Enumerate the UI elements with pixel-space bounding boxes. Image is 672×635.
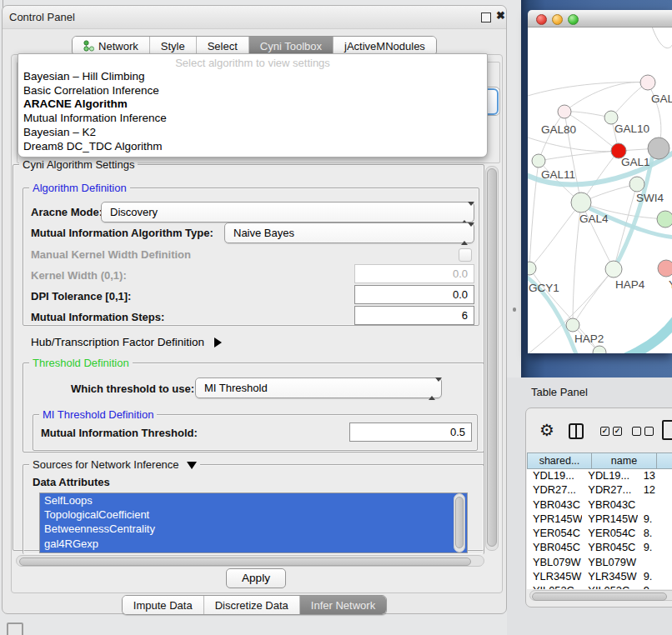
network-node-gal4[interactable] — [571, 192, 591, 212]
cyni-settings-title: Cyni Algorithm Settings — [19, 158, 138, 171]
tab-select[interactable]: Select — [196, 37, 248, 55]
which-threshold-select[interactable]: MI Threshold — [195, 378, 442, 398]
tab-label: Discretize Data — [215, 599, 288, 612]
panel-title: Control Panel — [9, 11, 75, 23]
which-threshold-label: Which threshold to use: — [71, 382, 194, 395]
mi-threshold-field[interactable]: 0.5 — [349, 422, 472, 442]
network-window-titlebar[interactable] — [528, 10, 672, 28]
mi-algorithm-type-select[interactable]: Naive Bayes — [224, 222, 474, 243]
tab-cyni-toolbox[interactable]: Cyni Toolbox — [248, 37, 333, 55]
network-node-y[interactable] — [658, 260, 672, 277]
table-row[interactable]: YLR345WYLR345W9. — [527, 570, 672, 584]
tab-network[interactable]: Network — [73, 37, 149, 55]
float-panel-icon[interactable] — [481, 12, 491, 22]
table-cell: YER054C — [582, 527, 637, 541]
mi-steps-label: Mutual Information Steps: — [31, 311, 164, 323]
window-zoom-button[interactable] — [568, 14, 579, 25]
select-all-columns-icon[interactable]: ✓ ✓ — [600, 427, 622, 436]
algorithm-option[interactable]: Basic Correlation Inference — [23, 84, 482, 98]
apply-button[interactable]: Apply — [226, 568, 286, 588]
network-node-hap4[interactable] — [605, 261, 622, 278]
attribute-list-item-selected[interactable]: TopologicalCoefficient — [40, 508, 467, 522]
table-row[interactable]: YPR145WYPR145W9. — [527, 512, 672, 527]
window-close-button[interactable] — [536, 14, 547, 25]
node-label: HAP2 — [574, 332, 604, 345]
scrollbar-thumb[interactable] — [455, 497, 464, 548]
columns-icon[interactable] — [569, 423, 584, 439]
tab-label: Style — [161, 40, 185, 52]
network-node-gcy1[interactable] — [528, 262, 536, 275]
network-node-swi4[interactable] — [629, 177, 644, 192]
manual-kernel-width-checkbox[interactable] — [459, 248, 472, 262]
node-label: GCY1 — [529, 282, 559, 294]
table-row[interactable]: YBL079WYBL079W — [527, 556, 672, 570]
table-row[interactable]: YBR045CYBR045C9. — [527, 541, 672, 555]
attribute-list-item-selected[interactable]: BetweennessCentrality — [40, 522, 467, 536]
unchecked-checkbox-icon — [644, 427, 654, 436]
gear-icon[interactable]: ⚙ — [539, 422, 554, 438]
settings-horizontal-scrollbar[interactable] — [16, 555, 484, 567]
column-header-shared[interactable]: shared... — [527, 452, 592, 469]
tab-discretize-data[interactable]: Discretize Data — [203, 596, 299, 614]
table-horizontal-scrollbar[interactable] — [529, 590, 672, 601]
splitter-grip[interactable] — [513, 308, 516, 312]
node-label: GAL — [651, 92, 672, 105]
table-row[interactable]: YBR043CYBR043C — [527, 498, 672, 512]
scrollbar-thumb[interactable] — [532, 592, 667, 601]
algorithm-option[interactable]: Bayesian – K2 — [23, 126, 482, 140]
algorithm-option[interactable]: ARACNE Algorithm — [23, 98, 482, 112]
hub-definition-expander[interactable]: Hub/Transcription Factor Definition — [31, 336, 222, 348]
algorithm-option[interactable]: Dream8 DC_TDC Algorithm — [23, 140, 482, 154]
tab-label: Network — [98, 40, 138, 52]
kernel-width-field[interactable]: 0.0 — [354, 264, 474, 283]
column-header-A[interactable]: A — [657, 452, 672, 469]
which-threshold-value: MI Threshold — [204, 382, 268, 394]
network-canvas[interactable]: GALGAL80GAL10GAL1GAL11SWI4GAL4GCY1HAP4YH… — [528, 28, 672, 353]
table-row[interactable]: YIL052CYIL052C9 — [527, 584, 672, 589]
algorithm-option[interactable]: Bayesian – Hill Climbing — [23, 70, 482, 84]
control-panel-header: Control Panel ✖ — [3, 6, 506, 29]
table-row[interactable]: YDR27...YDR27...12 — [527, 483, 672, 498]
mi-steps-field[interactable]: 6 — [354, 306, 474, 325]
network-node[interactable] — [648, 138, 669, 159]
network-node[interactable] — [657, 211, 672, 228]
tab-label: Impute Data — [133, 599, 193, 612]
table-row[interactable]: YDL19...YDL19...13 — [527, 469, 672, 483]
aracne-mode-value: Discovery — [110, 206, 158, 218]
tab-jactivemnodules[interactable]: jActiveMNodules — [333, 37, 436, 55]
tab-style[interactable]: Style — [149, 37, 196, 55]
algorithm-option[interactable]: Mutual Information Inference — [23, 112, 482, 126]
close-icon[interactable]: ✖ — [496, 9, 505, 22]
minimized-panel-icon[interactable] — [7, 622, 23, 635]
tab-infer-network[interactable]: Infer Network — [299, 596, 386, 614]
table-cell: YPR145W — [527, 512, 582, 527]
attribute-list-item-selected[interactable]: SelfLoops — [40, 493, 467, 508]
scrollbar-thumb[interactable] — [487, 168, 497, 547]
settings-vertical-scrollbar[interactable] — [485, 166, 499, 551]
node-label: GAL4 — [579, 212, 609, 225]
aracne-mode-select[interactable]: Discovery — [101, 202, 474, 222]
sources-expander[interactable]: Sources for Network Inference — [29, 458, 200, 471]
attribute-list-item-selected[interactable]: gal4RGexp — [40, 537, 467, 551]
network-node-hap2[interactable] — [566, 318, 579, 332]
deselect-all-columns-icon[interactable] — [632, 427, 654, 436]
document-icon[interactable] — [662, 420, 672, 440]
dpi-tolerance-field[interactable]: 0.0 — [354, 285, 474, 304]
network-node-gal[interactable] — [640, 75, 655, 90]
application-window: Control Panel ✖ NetworkStyleSelectCyni T… — [0, 0, 672, 635]
mi-algorithm-type-label: Mutual Information Algorithm Type: — [31, 227, 213, 239]
window-minimize-button[interactable] — [552, 14, 563, 25]
table-cell: YER054C — [527, 527, 582, 541]
network-node-gal11[interactable] — [532, 154, 545, 168]
scrollbar-thumb[interactable] — [19, 558, 471, 566]
attributes-scrollbar[interactable] — [454, 493, 465, 552]
checked-checkbox-icon: ✓ — [600, 427, 609, 436]
node-label: GAL11 — [541, 168, 575, 181]
table-cell: YBR045C — [582, 541, 637, 555]
table-cell: YBL079W — [527, 556, 582, 570]
tab-impute-data[interactable]: Impute Data — [123, 596, 203, 614]
network-node-gal80[interactable] — [558, 105, 571, 118]
table-cell: YLR345W — [527, 570, 582, 584]
table-row[interactable]: YER054CYER054C8. — [527, 527, 672, 541]
column-header-name[interactable]: name — [592, 452, 657, 469]
